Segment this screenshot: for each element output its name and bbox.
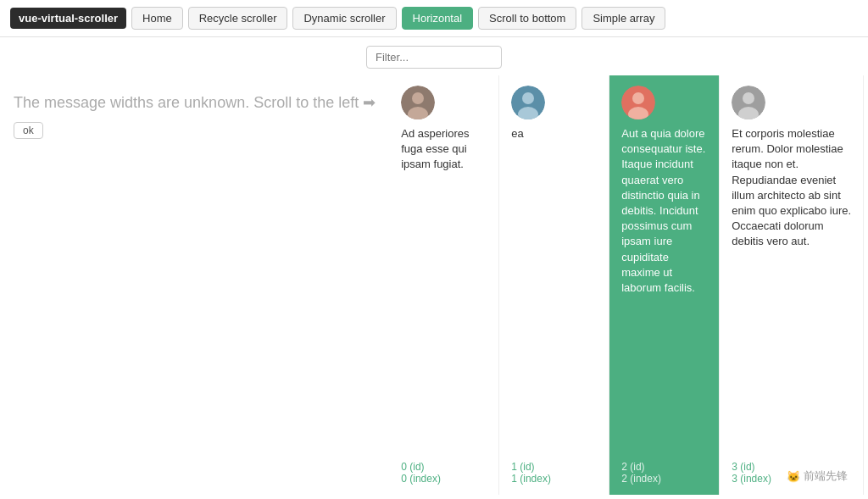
card-2-text: Aut a quia dolore consequatur iste. Itaq… bbox=[621, 126, 707, 451]
card-3-text: Et corporis molestiae rerum. Dolor moles… bbox=[732, 126, 851, 451]
card-0-text: Ad asperiores fuga esse qui ipsam fugiat… bbox=[401, 126, 487, 451]
nav-scroll-to-bottom[interactable]: Scroll to bottom bbox=[478, 7, 576, 30]
svg-point-7 bbox=[632, 92, 644, 104]
brand-label: vue-virtual-scroller bbox=[10, 8, 126, 29]
avatar-2 bbox=[621, 86, 655, 119]
ok-button[interactable]: ok bbox=[14, 122, 43, 139]
scroll-area: The message widths are unknown. Scroll t… bbox=[0, 75, 868, 495]
card-2-meta: 2 (id) 2 (index) bbox=[621, 461, 707, 485]
header: vue-virtual-scroller Home Recycle scroll… bbox=[0, 0, 868, 37]
intro-text: The message widths are unknown. Scroll t… bbox=[14, 92, 376, 114]
watermark: 🐱 前端先锋 bbox=[787, 469, 848, 484]
card-1: ea 1 (id) 1 (index) bbox=[499, 75, 609, 495]
avatar-1 bbox=[511, 86, 545, 119]
nav-simple-array[interactable]: Simple array bbox=[581, 7, 665, 30]
card-0-meta: 0 (id) 0 (index) bbox=[401, 461, 487, 485]
svg-point-1 bbox=[412, 92, 424, 104]
nav-recycle-scroller[interactable]: Recycle scroller bbox=[188, 7, 288, 30]
watermark-text: 前端先锋 bbox=[804, 469, 848, 484]
card-2: Aut a quia dolore consequatur iste. Itaq… bbox=[609, 75, 720, 495]
cards-container: Ad asperiores fuga esse qui ipsam fugiat… bbox=[389, 75, 868, 495]
card-0: Ad asperiores fuga esse qui ipsam fugiat… bbox=[389, 75, 499, 495]
scroll-arrow-icon: ➡ bbox=[363, 92, 376, 114]
avatar-3 bbox=[732, 86, 765, 119]
nav-dynamic-scroller[interactable]: Dynamic scroller bbox=[292, 7, 396, 30]
card-4: Maxime id earum id provident repellat ip… bbox=[864, 75, 868, 495]
watermark-icon: 🐱 bbox=[787, 470, 800, 483]
card-3: Et corporis molestiae rerum. Dolor moles… bbox=[720, 75, 864, 495]
nav-home[interactable]: Home bbox=[131, 7, 183, 30]
nav-horizontal[interactable]: Horizontal bbox=[402, 7, 474, 30]
avatar-0 bbox=[401, 86, 435, 119]
card-1-text: ea bbox=[511, 126, 597, 451]
card-1-meta: 1 (id) 1 (index) bbox=[511, 461, 597, 485]
filter-input[interactable] bbox=[366, 46, 502, 69]
svg-point-4 bbox=[522, 92, 534, 104]
intro-panel: The message widths are unknown. Scroll t… bbox=[0, 75, 389, 495]
filter-bar bbox=[0, 37, 868, 75]
svg-point-10 bbox=[743, 92, 754, 104]
